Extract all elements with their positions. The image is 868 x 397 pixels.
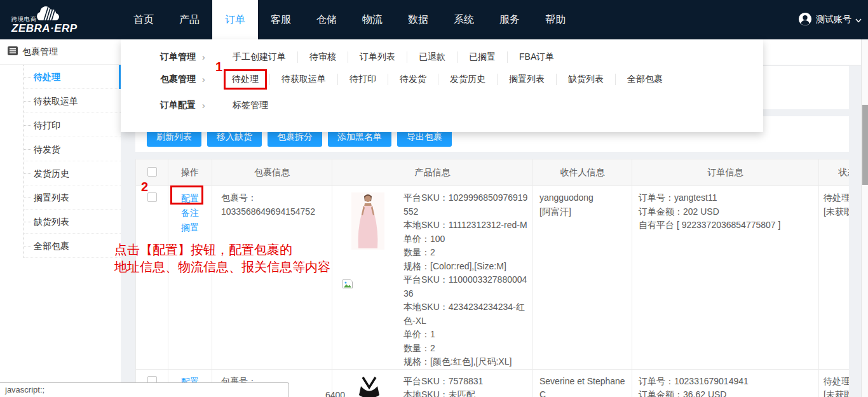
package-no-value: 1033568649694154752 [221,205,328,219]
sidebar-item-all-packages[interactable]: 全部包裹 [24,234,121,258]
menu-item-to-print[interactable]: 待打印 [337,74,388,85]
menu-item-pending-packages[interactable]: 1 待处理 [224,69,267,90]
package-no-label: 包裹号： [221,191,328,205]
configure-link[interactable]: 配置 [168,191,212,206]
sidebar: 包裹管理 待处理 待获取运单 待打印 待发货 发货历史 搁置列表 缺货列表 全部… [0,39,121,397]
product1-spec: 规格：[Color:red],[Size:M] [403,260,531,274]
menu-item-outofstock-list[interactable]: 缺货列表 [556,74,615,85]
table-header-row: 操作 包裹信息 产品信息 收件人信息 订单信息 状态 [136,159,850,186]
vertical-scrollbar[interactable] [861,39,868,397]
top-navbar: 跨境电商 ZEBRA·ERP 首页 产品 订单 客服 仓储 物流 数据 系统 服… [0,0,868,39]
product2-qty: 数量：2 [403,342,531,356]
product1-local-sku: 本地SKU：未匹配 [403,388,531,397]
logo-text: ZEBRA·ERP [11,22,78,35]
recipient-country: [阿富汗] [539,205,628,219]
user-name-label: 测试账号 [816,14,851,25]
chevron-right-icon: › [202,74,205,84]
chevron-down-icon [855,15,862,25]
group-package-management[interactable]: 包裹管理› [160,74,221,85]
table-row: 配置 备注 搁置 包裹号： 1033568649694154752 [136,186,850,370]
product2-spec: 规格：[颜色:红色],[尺码:XL] [403,355,531,369]
col-header-status: 状态 [819,159,850,186]
order-amount: 订单金额：36.62 USD [639,388,815,397]
sidebar-menu: 待处理 待获取运单 待打印 待发货 发货历史 搁置列表 缺货列表 全部包裹 [24,65,121,258]
remark-link[interactable]: 备注 [168,206,212,220]
recipient-name: yangguodong [539,191,628,205]
user-account-menu[interactable]: 测试账号 [798,0,862,39]
status-badge: 待处理 [824,375,849,389]
product-photo [351,192,384,254]
main-menu: 首页 产品 订单 客服 仓储 物流 数据 系统 服务 帮助 [121,0,578,39]
product2-platform-sku: 平台SKU：110000332788000436 [403,273,531,300]
menu-item-refunded[interactable]: 已退款 [407,51,457,63]
product1-platform-sku: 平台SKU：1029996850976919552 [403,191,531,219]
menu-item-pending-review[interactable]: 待审核 [297,51,348,63]
menu-item-fba-orders[interactable]: FBA订单 [507,51,566,63]
menu-item-to-ship[interactable]: 待发货 [388,74,438,85]
sidebar-item-to-ship[interactable]: 待发货 [24,137,121,161]
product1-local-sku: 本地SKU：11112312312-red-M [403,219,531,232]
annotation-step-1: 1 [215,60,222,74]
order-amount: 订单金额：202 USD [639,205,815,219]
nav-item-products[interactable]: 产品 [166,0,212,39]
sidebar-title-label: 包裹管理 [22,46,58,58]
menu-item-manual-create-order[interactable]: 手工创建订单 [221,51,297,63]
chevron-right-icon: › [202,100,205,111]
menu-item-ship-history[interactable]: 发货历史 [438,74,497,85]
nav-item-warehouse[interactable]: 仓储 [304,0,349,39]
order-platform: 自有平台 [ 9223372036854775807 ] [639,219,815,232]
product1-price: 单价：100 [403,232,531,246]
recipient-name: Severine et Stephane C [539,375,628,397]
nav-item-service[interactable]: 客服 [258,0,304,39]
col-header-product-info: 产品信息 [332,159,533,186]
select-all-checkbox[interactable] [147,167,157,177]
product1-qty: 数量：2 [403,246,531,260]
product2-price: 单价：1 [403,328,531,342]
broken-image-icon [342,279,353,293]
group-order-management[interactable]: 订单管理› [160,51,221,63]
hold-link[interactable]: 搁置 [168,220,212,235]
sidebar-title: 包裹管理 [0,39,121,65]
nav-item-help[interactable]: 帮助 [532,0,578,39]
sidebar-item-ship-history[interactable]: 发货历史 [24,161,121,185]
sidebar-item-to-print[interactable]: 待打印 [24,113,121,137]
menu-item-label-management[interactable]: 标签管理 [221,100,280,111]
product1-platform-sku: 平台SKU：7578831 [403,375,531,389]
nav-item-logistics[interactable]: 物流 [349,0,395,39]
product2-local-sku: 本地SKU：4234234234234-红色-XL [403,300,531,328]
sidebar-item-out-of-stock[interactable]: 缺货列表 [24,210,121,234]
nav-item-home[interactable]: 首页 [121,0,166,39]
package-table: 操作 包裹信息 产品信息 收件人信息 订单信息 状态 配置 备注 搁置 包裹号：… [135,159,849,397]
chevron-right-icon: › [202,52,205,62]
order-no: 订单号：yangtest11 [639,191,815,205]
menu-item-awaiting-waybill[interactable]: 待获取运单 [269,74,337,85]
user-avatar-icon [798,12,812,28]
nav-item-data[interactable]: 数据 [395,0,441,39]
orders-dropdown-menu: 订单管理› 手工创建订单 待审核 订单列表 已退款 已搁置 FBA订单 包裹管理… [121,39,763,132]
menu-item-hold-list[interactable]: 搁置列表 [497,74,556,85]
sidebar-item-awaiting-waybill[interactable]: 待获取运单 [24,89,121,113]
status-detail: [未获取 [824,388,849,397]
order-no: 订单号：102331679014941 [639,375,815,389]
menu-item-order-list[interactable]: 订单列表 [348,51,407,63]
menu-item-all-packages[interactable]: 全部包裹 [615,74,674,85]
nav-item-system[interactable]: 系统 [441,0,487,39]
scrollbar-thumb[interactable] [862,105,868,185]
col-header-package-info: 包裹信息 [212,159,332,186]
row-checkbox[interactable] [147,192,157,202]
nav-item-orders[interactable]: 订单 [212,0,258,39]
list-icon [8,46,18,57]
product-photo [351,376,387,397]
menu-item-on-hold[interactable]: 已搁置 [457,51,507,63]
sidebar-item-pending[interactable]: 待处理 [24,65,121,89]
col-header-recipient-info: 收件人信息 [533,159,632,186]
sidebar-item-on-hold[interactable]: 搁置列表 [24,185,121,210]
status-badge: 待处理 [824,191,849,205]
status-detail: [未获取 [824,205,849,219]
nav-item-services[interactable]: 服务 [487,0,532,39]
group-order-config[interactable]: 订单配置› [160,100,221,111]
col-header-actions: 操作 [168,159,212,186]
col-header-order-info: 订单信息 [632,159,819,186]
link-status-tooltip: javascript:; [0,382,289,397]
app-logo[interactable]: 跨境电商 ZEBRA·ERP [10,4,93,36]
